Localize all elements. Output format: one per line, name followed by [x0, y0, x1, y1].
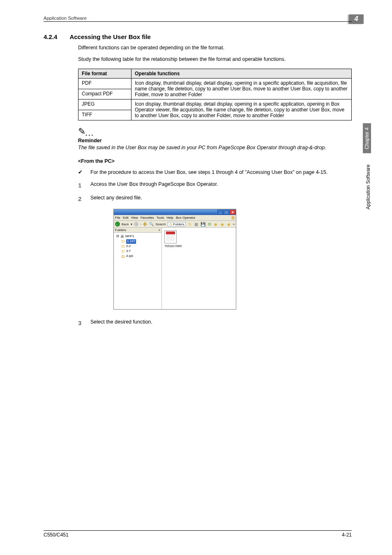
menu-tools: Tools	[157, 216, 164, 220]
sync-icon: ⟳	[207, 222, 212, 227]
tool-icon: ◆	[220, 222, 225, 227]
back-label: Back	[122, 222, 129, 226]
separator: ·	[140, 222, 141, 226]
side-tab-chapter: Chapter 4	[363, 123, 371, 153]
menu-help: Help	[166, 216, 173, 220]
folder-tree: ⊟🖶MFP1 🗀1.147 🗀2:2 🗀3:7 🗀4.ipli	[114, 233, 161, 260]
file-thumbnail: T051017069	[164, 230, 182, 248]
table-row: PDF Icon display, thumbnail display, det…	[78, 79, 352, 89]
search-label: Search	[155, 222, 166, 226]
window-titlebar: _ □ ✕	[114, 209, 236, 215]
close-pane-icon: ×	[158, 228, 160, 232]
file-view: T051017069	[162, 228, 236, 309]
tool-icon: ◆	[226, 222, 231, 227]
intro-paragraph-1: Different functions can be operated depe…	[78, 44, 352, 52]
from-pc-subhead: <From the PC>	[78, 158, 352, 164]
cell-functions: Icon display, thumbnail display, detail …	[131, 79, 352, 99]
menu-file: File	[115, 216, 120, 220]
tree-item-selected: 1.147	[126, 239, 136, 244]
tree-root: MFP1	[125, 234, 134, 239]
cell-format: TIFF	[78, 110, 131, 120]
tree-collapse-icon: ⊟	[116, 234, 119, 239]
cell-format: Compact PDF	[78, 89, 131, 99]
tool-icon: ◆	[213, 222, 218, 227]
page-footer: C550/C451 4-21	[44, 530, 352, 538]
running-head: Application Software	[44, 16, 352, 21]
back-icon: ←	[115, 222, 120, 227]
minimize-icon: _	[217, 210, 223, 215]
table-row: JPEG Icon display, thumbnail display, de…	[78, 99, 352, 110]
file-name: T051017069	[164, 244, 182, 248]
prerequisite-text: For the procedure to access the User Box…	[90, 169, 327, 176]
folder-icon: 🗀	[169, 222, 173, 226]
locked-folder-icon: 🗀	[121, 254, 125, 259]
folders-button: 🗀 Folders	[168, 222, 186, 227]
reminder-text: The file saved in the User Box may be sa…	[78, 144, 352, 152]
menu-favorites: Favorites	[141, 216, 154, 220]
box-operator-screenshot: _ □ ✕ File Edit View Favorites Tools Hel…	[113, 209, 236, 310]
cell-format: JPEG	[78, 99, 131, 110]
note-dots-icon: ...	[85, 130, 95, 137]
section-title: Accessing the User Box file	[69, 33, 151, 40]
step-1: 1 Access the User Box through PageScope …	[78, 181, 352, 190]
footer-page-number: 4-21	[342, 532, 352, 538]
note-icon: ✎	[78, 126, 85, 137]
table-header-format: File format	[78, 69, 131, 79]
section-number: 4.2.4	[44, 33, 57, 40]
reminder-block: ✎... Reminder The file saved in the User…	[78, 126, 352, 152]
checkmark-icon: ✔	[78, 169, 90, 176]
tree-item: 4.ipli	[126, 254, 133, 259]
folders-pane-title: Folders	[115, 228, 126, 232]
side-tab-appsoft: Application Software	[365, 164, 371, 213]
reminder-label: Reminder	[78, 138, 352, 143]
step-2: 2 Select any desired file.	[78, 194, 352, 203]
stop-icon: ▦	[194, 222, 199, 227]
toolbar: ← Back ▾ → · 🔍 Search 🗀 Folders ↻ ▦ 💾 ⟳ …	[114, 221, 236, 228]
cell-format: PDF	[78, 79, 131, 89]
tree-item: 2:2	[126, 244, 131, 249]
maximize-icon: □	[224, 210, 229, 215]
folder-icon: 🗀	[121, 239, 125, 244]
pdf-file-icon	[164, 230, 177, 243]
prerequisite-item: ✔ For the procedure to access the User B…	[78, 169, 352, 176]
dropdown-icon: ▾	[131, 222, 132, 226]
step-number: 3	[78, 319, 90, 327]
footer-rule	[44, 530, 352, 531]
forward-icon: →	[134, 222, 139, 227]
folders-label: Folders	[173, 222, 184, 226]
step-number: 2	[78, 194, 90, 203]
menu-view: View	[131, 216, 138, 220]
save-icon: 💾	[201, 222, 205, 227]
folder-icon: 🗀	[121, 244, 125, 249]
tree-item: 3:7	[126, 249, 131, 254]
header-rule	[44, 21, 352, 22]
chevron-icon: »	[233, 222, 235, 226]
menu-box-operator: Box Operator	[176, 216, 196, 220]
step-text: Select the desired function.	[90, 319, 152, 327]
step-text: Select any desired file.	[90, 194, 142, 203]
menu-edit: Edit	[123, 216, 129, 220]
file-format-table: File format Operable functions PDF Icon …	[78, 69, 352, 120]
folder-icon: 🗀	[121, 249, 125, 254]
step-number: 1	[78, 181, 90, 190]
menu-bar: File Edit View Favorites Tools Help Box …	[114, 215, 236, 221]
close-icon: ✕	[230, 210, 235, 215]
refresh-icon: ↻	[187, 222, 192, 227]
windows-flag-icon: ⊞	[231, 215, 235, 220]
intro-paragraph-2: Study the following table for the relati…	[78, 56, 352, 63]
folders-pane: Folders × ⊟🖶MFP1 🗀1.147 🗀2:2 🗀3:7 🗀4.ipl…	[114, 228, 162, 309]
cell-functions: Icon display, thumbnail display, detail …	[131, 99, 352, 120]
step-text: Access the User Box through PageScope Bo…	[90, 181, 218, 190]
footer-model: C550/C451	[44, 532, 69, 538]
up-folder-icon	[143, 222, 148, 227]
printer-icon: 🖶	[120, 234, 124, 239]
step-3: 3 Select the desired function.	[78, 319, 352, 327]
search-icon: 🔍	[149, 222, 154, 226]
table-header-functions: Operable functions	[131, 69, 352, 79]
